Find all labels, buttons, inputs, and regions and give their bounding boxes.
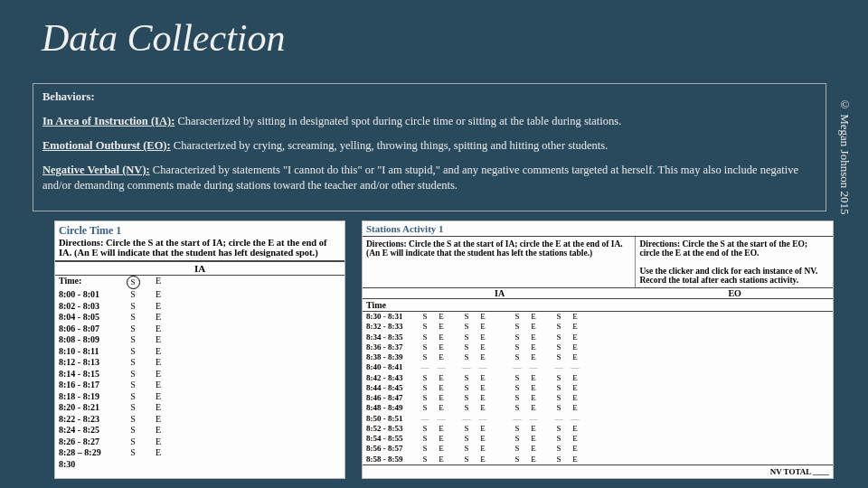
table-row: 8:02 - 8:03SE [59, 301, 341, 313]
behaviors-box: Behaviors: In Area of Instruction (IA): … [33, 83, 826, 211]
slide: Data Collection © Megan Johnson 2015 Beh… [0, 0, 868, 488]
table-row: 8:22 - 8:23SE [59, 414, 341, 426]
page-title: Data Collection [42, 16, 285, 60]
table-row: 8:06 - 8:07SE [59, 324, 341, 335]
sheet2-time-label: Time [363, 299, 833, 312]
sheet2-col2-note: Use the clicker and click for each insta… [639, 267, 817, 285]
copyright: © Megan Johnson 2015 [837, 98, 852, 214]
table-row: 8:20 - 8:21SE [59, 402, 341, 414]
nv-text: Characterized by statements "I cannot do… [42, 164, 798, 192]
sheet1-directions: Directions: Circle the S at the start of… [59, 238, 327, 258]
table-row: 8:46 - 8:47SESESESE [366, 393, 829, 403]
sheets: Circle Time 1 Directions: Circle the S a… [54, 221, 834, 479]
table-row: 8:08 - 8:09SE [59, 334, 341, 346]
table-row: 8:58 - 8:59SESESESE [366, 455, 829, 465]
table-row: 8:04 - 8:05SE [59, 312, 341, 324]
table-row: 8:24 - 8:25SE [59, 425, 341, 436]
table-row: 8:38 - 8:39SESESESE [366, 352, 829, 362]
ia-label: In Area of Instruction (IA): [42, 115, 175, 127]
sheet2-col1-dir: Directions: Circle the S at the start of… [366, 239, 623, 258]
table-row: 8:52 - 8:53SESESESE [366, 424, 829, 434]
first-e: E [146, 276, 171, 289]
table-row: 8:56 - 8:57SESESESE [366, 444, 829, 454]
stations-sheet: Stations Activity 1 Directions: Circle t… [362, 221, 834, 479]
table-row: 8:32 - 8:33SESESESE [366, 322, 829, 332]
circled-s: S [127, 276, 140, 289]
table-row: 8:30 [59, 459, 341, 471]
table-row: 8:30 - 8:31SESESESE [366, 312, 829, 322]
sheet1-title: Circle Time 1 [59, 224, 341, 238]
table-row: 8:10 - 8:11SE [59, 346, 341, 358]
table-row: 8:26 - 8:27SE [59, 436, 341, 448]
eo-label: Emotional Outburst (EO): [42, 139, 171, 152]
sheet2-col2-dir: Directions: Circle the S at the start of… [639, 239, 807, 258]
sheet2-eo-label: EO [637, 287, 833, 299]
ia-text: Characterized by sitting in designated s… [175, 115, 621, 127]
table-row: 8:14 - 8:15SE [59, 369, 341, 380]
table-row: 8:12 - 8:13SE [59, 357, 341, 369]
table-row: 8:48 - 8:49SESESESE [366, 403, 829, 413]
table-row: 8:40 - 8:41———————— [366, 362, 829, 372]
nv-label: Negative Verbal (NV): [42, 164, 150, 176]
table-row: 8:18 - 8:19SE [59, 391, 341, 403]
sheet2-title: Stations Activity 1 [366, 223, 444, 234]
circle-time-sheet: Circle Time 1 Directions: Circle the S a… [54, 221, 345, 479]
sheet2-rows: 8:30 - 8:31SESESESE8:32 - 8:33SESESESE8:… [363, 312, 833, 465]
table-row: 8:54 - 8:55SESESESE [366, 434, 829, 444]
sheet1-ia-label: IA [55, 261, 344, 276]
table-row: 8:00 - 8:01SE [59, 289, 341, 301]
table-row: 8:36 - 8:37SESESESE [366, 343, 829, 352]
sheet1-rows: Time: S E 8:00 - 8:01SE8:02 - 8:03SE8:04… [55, 276, 344, 470]
sheet2-ia-label: IA [363, 287, 637, 299]
table-row: 8:34 - 8:35SESESESE [366, 333, 829, 343]
table-row: 8:16 - 8:17SE [59, 380, 341, 391]
table-row: 8:42 - 8:43SESESESE [366, 373, 829, 383]
table-row: 8:50 - 8:51———————— [366, 414, 829, 424]
table-row: 8:44 - 8:45SESESESE [366, 383, 829, 393]
nv-total: NV TOTAL ____ [363, 465, 833, 478]
table-row: 8:28 – 8:29SE [59, 447, 341, 459]
time-label: Time: [59, 276, 120, 289]
eo-text: Characterized by crying, screaming, yell… [171, 139, 609, 152]
behaviors-heading: Behaviors: [42, 90, 95, 103]
